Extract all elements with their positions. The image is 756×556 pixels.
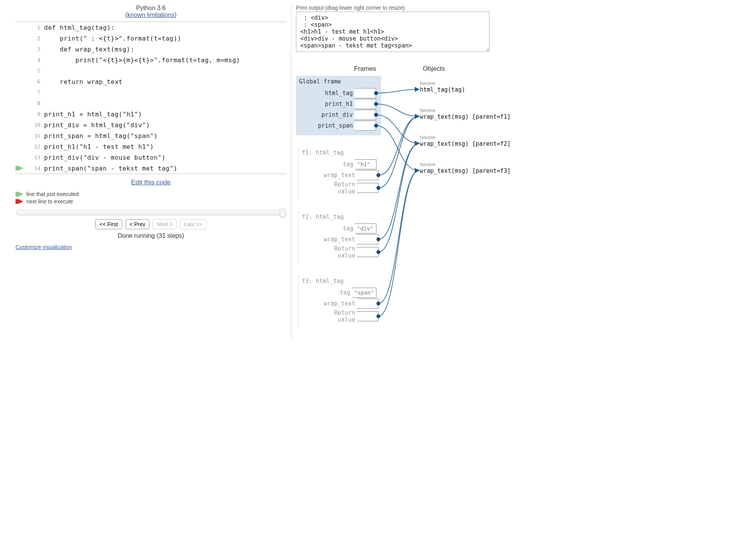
frame-title: f1: html_tag (302, 149, 380, 156)
code-text: print_span = html_tag("span") (44, 132, 158, 140)
status-text: Done running (31 steps) (15, 232, 286, 239)
visualization-area: Global frame html_tagprint_h1print_divpr… (296, 76, 751, 328)
code-line: 10print_div = html_tag("div") (15, 119, 286, 130)
object-type: function (420, 135, 511, 140)
line-number: 14 (25, 165, 44, 172)
output-label: Print output (drag lower right corner to… (296, 5, 751, 11)
frame-f1: f1: html_tag tag"h1"wrap_textReturn valu… (298, 147, 383, 200)
code-text: print_h1 = html_tag("h1") (44, 111, 142, 118)
code-line: 6 return wrap_text (15, 76, 286, 87)
object-type: function (420, 107, 511, 113)
object-signature: html_tag(tag) (420, 86, 465, 93)
var-row: wrap_text (302, 170, 380, 180)
pointer-anchor (376, 237, 380, 241)
code-line: 11print_span = html_tag("span") (15, 130, 286, 141)
object-function: function wrap_text(msg) [parent=f3] (420, 162, 511, 174)
pointer-anchor (374, 102, 378, 106)
pointer-anchor (376, 314, 380, 318)
var-name: Return value (334, 309, 357, 323)
code-line: 14print_span("span - tekst met tag") (15, 163, 286, 174)
code-text: def wrap_text(msg): (44, 46, 134, 53)
pointer-anchor (376, 186, 380, 190)
pointer-anchor (374, 124, 378, 128)
code-text: def html_tag(tag): (44, 24, 115, 31)
prev-button[interactable]: < Prev (125, 219, 150, 229)
var-name: wrap_text (324, 300, 357, 307)
var-row: tag"div" (302, 223, 380, 234)
var-value (357, 298, 378, 309)
code-text: print_h1("h1 - test met h1") (44, 143, 154, 150)
var-value (357, 183, 378, 193)
var-value (357, 234, 378, 244)
code-text: print(" : <{t}>".format(t=tag)) (44, 35, 181, 42)
var-row: Return value (302, 181, 380, 195)
var-value (357, 247, 378, 257)
var-name: tag (343, 225, 355, 232)
var-row: wrap_text (302, 298, 380, 309)
var-value: "h1" (355, 159, 376, 169)
code-text: print_span("span - tekst met tag") (44, 165, 178, 172)
var-row: print_div (299, 110, 378, 120)
var-value (357, 170, 378, 180)
line-number: 5 (25, 68, 44, 74)
object-signature: wrap_text(msg) [parent=f2] (420, 140, 511, 147)
var-name: tag (340, 289, 352, 296)
var-name: wrap_text (324, 172, 357, 179)
var-row: html_tag (299, 88, 378, 98)
line-number: 8 (25, 100, 44, 107)
var-name: print_span (318, 122, 354, 129)
var-name: html_tag (325, 90, 354, 97)
object-signature: wrap_text(msg) [parent=f1] (420, 113, 511, 120)
var-value: "div" (355, 223, 376, 234)
var-row: tag"span" (302, 288, 380, 298)
pointer-anchor (374, 113, 378, 117)
var-row: Return value (302, 309, 380, 323)
frame-f2: f2: html_tag tag"div"wrap_textReturn val… (298, 211, 383, 264)
last-button: Last >> (180, 219, 207, 229)
first-button[interactable]: << First (95, 219, 122, 229)
var-name: print_h1 (325, 101, 354, 107)
frame-title: Global frame (299, 78, 378, 85)
var-name: Return value (334, 181, 357, 195)
code-text: print_div("div - mouse button") (44, 154, 166, 161)
pointer-anchor (376, 302, 380, 305)
var-value (357, 311, 378, 321)
code-line: 9print_h1 = html_tag("h1") (15, 109, 286, 119)
line-number: 2 (25, 35, 44, 42)
var-name: Return value (334, 245, 357, 259)
code-listing: 1def html_tag(tag):2 print(" : <{t}>".fo… (15, 22, 286, 174)
pointer-anchor (374, 91, 378, 95)
exec-arrow-icon (15, 166, 25, 171)
legend-next: next line to execute (26, 198, 73, 205)
next-button: Next > (152, 219, 177, 229)
var-value (354, 110, 376, 120)
object-function: function wrap_text(msg) [parent=f2] (420, 135, 511, 147)
lang-label: Python 3.6 (136, 5, 166, 11)
edit-code-link[interactable]: Edit this code (131, 179, 171, 186)
code-text: return wrap_text (44, 78, 123, 85)
output-box[interactable]: : <div> : <span> <h1>h1 - test met h1<h1… (296, 12, 489, 52)
var-value (354, 121, 376, 131)
code-line: 2 print(" : <{t}>".format(t=tag)) (15, 33, 286, 44)
line-number: 3 (25, 46, 44, 53)
frames-heading: Frames (354, 65, 376, 73)
var-row: tag"h1" (302, 159, 380, 169)
var-row: print_span (299, 121, 378, 131)
code-line: 12print_h1("h1 - test met h1") (15, 141, 286, 152)
nav-buttons: << First < Prev Next > Last >> (15, 218, 286, 230)
legend-prev: line that just executed (26, 191, 79, 197)
customize-link[interactable]: Customize visualization (15, 244, 72, 250)
step-slider[interactable] (16, 210, 286, 215)
var-value: "span" (352, 288, 376, 298)
object-function: function html_tag(tag) (420, 80, 465, 93)
pointer-anchor (376, 173, 380, 177)
frame-title: f3: html_tag (302, 278, 380, 285)
code-line: 8 (15, 98, 286, 109)
line-number: 11 (25, 133, 44, 139)
slider-thumb[interactable] (280, 209, 286, 217)
line-number: 13 (25, 154, 44, 161)
code-text: print("<{t}>{m}<{t}>".format(t=tag, m=ms… (44, 56, 240, 64)
code-line: 5 (15, 65, 286, 76)
object-signature: wrap_text(msg) [parent=f3] (420, 167, 511, 174)
known-limitations-link[interactable]: known limitations (127, 12, 174, 18)
